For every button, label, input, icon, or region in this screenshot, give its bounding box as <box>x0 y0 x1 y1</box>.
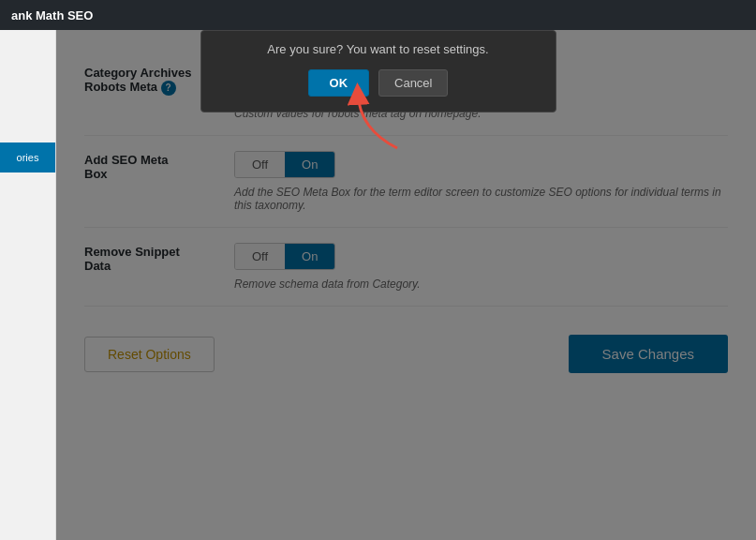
red-arrow <box>332 82 407 158</box>
sidebar: ories <box>0 30 56 540</box>
content-area: Are you sure? You want to reset settings… <box>56 30 756 540</box>
sidebar-item-ories[interactable]: ories <box>0 142 55 172</box>
dialog-overlay: Are you sure? You want to reset settings… <box>56 30 756 540</box>
top-bar: ank Math SEO <box>0 0 756 30</box>
dialog-text: Are you sure? You want to reset settings… <box>267 42 488 56</box>
main-wrapper: ories Are you sure? You want to reset se… <box>0 30 756 540</box>
app-title: ank Math SEO <box>11 8 93 22</box>
